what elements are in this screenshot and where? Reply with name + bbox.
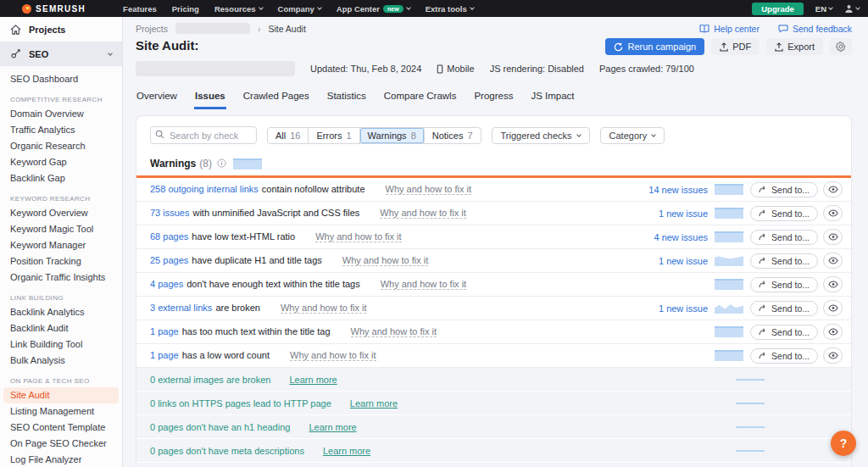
send-to-button[interactable]: Send to... (750, 277, 818, 292)
sidebar-item-seo-dashboard[interactable]: SEO Dashboard (0, 71, 122, 87)
issue-row: 1 pagehas too much text within the title… (136, 320, 851, 344)
tab-statistics[interactable]: Statistics (326, 87, 367, 109)
send-feedback-link[interactable]: Send feedback (778, 24, 852, 34)
sidebar-item-backlink-analytics[interactable]: Backlink Analytics (0, 304, 122, 320)
tab-progress[interactable]: Progress (473, 87, 514, 109)
sidebar-item-seo-content-template[interactable]: SEO Content Template (0, 420, 122, 436)
breadcrumb-separator: › (258, 24, 261, 34)
sidebar-item-listing-management[interactable]: Listing Management (0, 403, 122, 420)
tab-js-impact[interactable]: JS Impact (530, 87, 575, 109)
sidebar-item-keyword-overview[interactable]: Keyword Overview (0, 205, 122, 221)
send-to-button[interactable]: Send to... (750, 230, 818, 245)
sidebar-item-backlink-audit[interactable]: Backlink Audit (0, 320, 122, 336)
send-to-button[interactable]: Send to... (750, 325, 818, 340)
new-issues-link[interactable]: 1 new issue (618, 303, 708, 314)
new-issues-link[interactable]: 14 new issues (618, 185, 708, 195)
tab-overview[interactable]: Overview (136, 87, 178, 109)
user-menu[interactable] (844, 4, 860, 14)
filter-errors[interactable]: Errors1 (309, 128, 359, 143)
tab-issues[interactable]: Issues (194, 87, 226, 109)
send-to-button[interactable]: Send to... (750, 253, 818, 269)
issue-link[interactable]: 3 external links (150, 303, 212, 313)
issue-link[interactable]: 258 outgoing internal links (150, 184, 259, 194)
sidebar-item-on-page-seo-checker[interactable]: On Page SEO Checker (0, 436, 122, 452)
sidebar-item-seo[interactable]: SEO (0, 42, 122, 66)
why-how-fix-link[interactable]: Why and how to fix it (342, 255, 429, 266)
why-how-fix-link[interactable]: Why and how to fix it (281, 303, 367, 314)
semrush-logo[interactable]: SEMRUSH (22, 4, 86, 14)
sidebar-item-projects[interactable]: Projects (0, 17, 122, 42)
sidebar-item-link-building-tool[interactable]: Link Building Tool (0, 336, 122, 353)
hide-issue-button[interactable] (823, 276, 843, 292)
nav-pricing[interactable]: Pricing (172, 4, 199, 14)
why-how-fix-link[interactable]: Why and how to fix it (290, 350, 376, 361)
issue-link[interactable]: 68 pages (150, 231, 188, 242)
nav-extra-tools[interactable]: Extra tools (426, 4, 474, 14)
nav-company[interactable]: Company (278, 4, 321, 14)
upgrade-button[interactable]: Upgrade (752, 3, 804, 15)
learn-more-link[interactable]: Learn more (289, 375, 337, 385)
why-how-fix-link[interactable]: Why and how to fix it (386, 184, 472, 195)
new-issues-link[interactable]: 4 new issues (618, 232, 708, 242)
meta-pages-crawled: Pages crawled: 79/100 (599, 64, 694, 74)
sidebar-item-keyword-magic-tool[interactable]: Keyword Magic Tool (0, 221, 122, 237)
sidebar-item-site-audit[interactable]: Site Audit (3, 387, 119, 403)
nav-resources[interactable]: Resources (214, 4, 263, 14)
hide-issue-button[interactable] (823, 253, 843, 269)
hide-issue-button[interactable] (823, 181, 843, 197)
sidebar-item-keyword-gap[interactable]: Keyword Gap (0, 154, 122, 170)
hide-issue-button[interactable] (823, 324, 843, 340)
issue-link[interactable]: 4 pages (150, 279, 183, 289)
learn-more-link[interactable]: Learn more (350, 398, 398, 409)
new-issues-link[interactable]: 1 new issue (618, 208, 708, 219)
issue-link[interactable]: 1 page (150, 326, 179, 336)
redacted-campaign-selector[interactable] (136, 61, 295, 76)
hide-issue-button[interactable] (823, 229, 843, 245)
issue-link[interactable]: 1 page (150, 350, 179, 360)
sidebar-item-traffic-analytics[interactable]: Traffic Analytics (0, 122, 122, 138)
filter-warnings[interactable]: Warnings8 (360, 128, 425, 143)
send-to-button[interactable]: Send to... (750, 348, 818, 364)
pdf-button[interactable]: PDF (711, 38, 760, 55)
why-how-fix-link[interactable]: Why and how to fix it (351, 326, 437, 337)
search-input[interactable] (150, 126, 257, 144)
why-how-fix-link[interactable]: Why and how to fix it (315, 231, 402, 242)
language-selector[interactable]: EN (815, 4, 832, 14)
tab-compare-crawls[interactable]: Compare Crawls (383, 87, 458, 109)
sidebar-item-keyword-manager[interactable]: Keyword Manager (0, 237, 122, 253)
sidebar-item-position-tracking[interactable]: Position Tracking (0, 253, 122, 270)
filter-notices[interactable]: Notices7 (425, 128, 481, 143)
sidebar-item-log-file-analyzer[interactable]: Log File Analyzer (0, 452, 122, 467)
sidebar-item-bulk-analysis[interactable]: Bulk Analysis (0, 353, 122, 369)
send-to-button[interactable]: Send to... (750, 301, 818, 316)
help-button[interactable]: ? (831, 431, 856, 456)
sidebar-item-backlink-gap[interactable]: Backlink Gap (0, 170, 122, 186)
tab-crawled-pages[interactable]: Crawled Pages (242, 87, 310, 109)
send-to-button[interactable]: Send to... (750, 182, 818, 197)
hide-issue-button[interactable] (823, 300, 843, 316)
rerun-campaign-button[interactable]: Rerun campaign (605, 38, 704, 55)
settings-button[interactable] (830, 38, 852, 55)
nav-app-center[interactable]: App Centernew (337, 4, 410, 14)
issue-link[interactable]: 25 pages (150, 255, 188, 265)
sidebar-item-organic-traffic-insights[interactable]: Organic Traffic Insights (0, 270, 122, 286)
help-center-link[interactable]: Help center (699, 24, 760, 34)
triggered-checks-dropdown[interactable]: Triggered checks (492, 127, 590, 144)
send-to-button[interactable]: Send to... (750, 206, 818, 221)
export-button[interactable]: Export (766, 38, 823, 55)
nav-features[interactable]: Features (123, 4, 157, 14)
hide-issue-button[interactable] (823, 205, 843, 221)
learn-more-link[interactable]: Learn more (309, 422, 356, 432)
filter-all[interactable]: All16 (268, 128, 309, 143)
info-icon[interactable] (217, 158, 226, 170)
breadcrumb-projects[interactable]: Projects (136, 24, 168, 34)
why-how-fix-link[interactable]: Why and how to fix it (381, 279, 467, 290)
sidebar-item-organic-research[interactable]: Organic Research (0, 138, 122, 154)
learn-more-link[interactable]: Learn more (323, 446, 370, 456)
issue-link[interactable]: 73 issues (150, 208, 189, 218)
sidebar-item-domain-overview[interactable]: Domain Overview (0, 106, 122, 122)
new-issues-link[interactable]: 1 new issue (618, 256, 708, 266)
hide-issue-button[interactable] (823, 347, 843, 364)
category-dropdown[interactable]: Category (600, 127, 665, 144)
why-how-fix-link[interactable]: Why and how to fix it (380, 208, 466, 219)
